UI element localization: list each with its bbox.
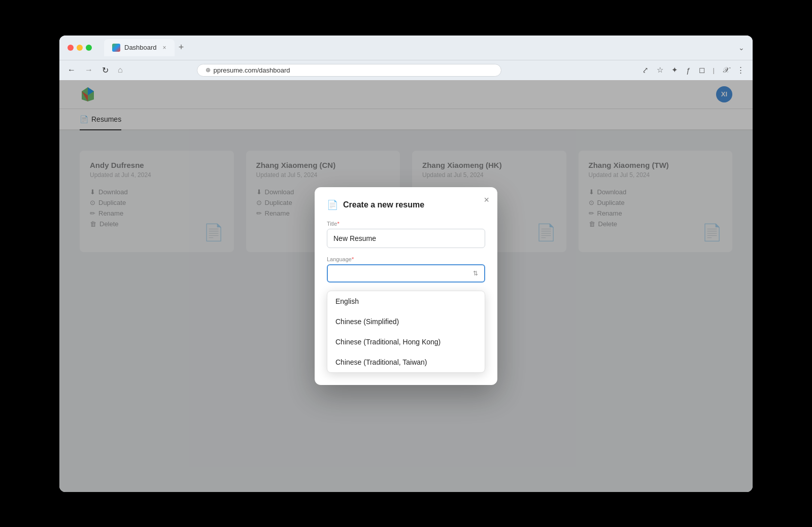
home-button[interactable]: ⌂ <box>116 63 125 77</box>
title-form-group: Title* <box>327 221 485 248</box>
language-required: * <box>352 256 354 262</box>
window-control-right[interactable]: ⌄ <box>738 44 745 52</box>
menu-icon[interactable]: ⋮ <box>735 63 747 77</box>
address-secure-icon: ⊕ <box>206 66 211 74</box>
title-input[interactable] <box>327 229 485 248</box>
language-dropdown: English Chinese (Simplified) Chinese (Tr… <box>327 291 485 373</box>
language-input-wrapper[interactable]: ⇅ <box>327 264 485 283</box>
forward-button[interactable]: → <box>83 63 95 77</box>
extension1-icon[interactable]: ✦ <box>669 63 680 77</box>
traffic-lights <box>67 45 92 51</box>
dropdown-item-english[interactable]: English <box>327 291 485 311</box>
tab-favicon <box>112 44 120 52</box>
tab-title: Dashboard <box>124 44 157 51</box>
tab-bar: Dashboard × + <box>104 39 732 56</box>
modal-overlay: 📄 Create a new resume × Title* Language* <box>59 80 753 492</box>
extension2-icon[interactable]: ƒ <box>684 64 692 77</box>
create-resume-modal: 📄 Create a new resume × Title* Language* <box>315 187 497 385</box>
language-arrows-icon: ⇅ <box>473 270 478 277</box>
active-tab[interactable]: Dashboard × <box>104 39 175 56</box>
extension4-icon[interactable]: 𝒳 <box>721 63 731 77</box>
back-button[interactable]: ← <box>65 63 78 77</box>
title-required: * <box>337 221 339 227</box>
modal-close-button[interactable]: × <box>484 195 489 204</box>
extension3-icon[interactable]: ◻ <box>697 63 707 77</box>
page-content: XI 📄 Resumes Andy Dufresne Updated at Ju… <box>59 80 753 492</box>
title-bar: Dashboard × + ⌄ <box>59 36 753 60</box>
minimize-button[interactable] <box>77 45 83 51</box>
title-label: Title* <box>327 221 485 227</box>
dropdown-item-chinese-hk[interactable]: Chinese (Traditional, Hong Kong) <box>327 332 485 352</box>
close-button[interactable] <box>67 45 74 51</box>
address-input[interactable]: ⊕ ppresume.com/dashboard <box>197 64 501 77</box>
tab-close-icon[interactable]: × <box>163 44 166 51</box>
dropdown-item-chinese-simplified[interactable]: Chinese (Simplified) <box>327 311 485 332</box>
external-link-icon[interactable]: ⤤ <box>640 63 651 77</box>
modal-header: 📄 Create a new resume × <box>327 199 485 210</box>
modal-title: Create a new resume <box>343 200 424 209</box>
bookmark-icon[interactable]: ☆ <box>655 63 665 77</box>
separator: | <box>711 66 717 74</box>
new-tab-button[interactable]: + <box>179 42 184 53</box>
address-bar: ← → ↻ ⌂ ⊕ ppresume.com/dashboard ⤤ ☆ ✦ ƒ… <box>59 60 753 80</box>
address-text: ppresume.com/dashboard <box>214 66 290 74</box>
toolbar-icons: ⤤ ☆ ✦ ƒ ◻ | 𝒳 ⋮ <box>640 63 747 77</box>
modal-document-icon: 📄 <box>327 199 338 210</box>
language-label: Language* <box>327 256 485 262</box>
dropdown-item-chinese-taiwan[interactable]: Chinese (Traditional, Taiwan) <box>327 352 485 372</box>
refresh-button[interactable]: ↻ <box>100 63 111 77</box>
language-input[interactable] <box>334 269 473 277</box>
browser-window: Dashboard × + ⌄ ← → ↻ ⌂ ⊕ ppresume.com/d… <box>59 36 753 492</box>
fullscreen-button[interactable] <box>86 45 92 51</box>
language-form-group: Language* ⇅ <box>327 256 485 283</box>
